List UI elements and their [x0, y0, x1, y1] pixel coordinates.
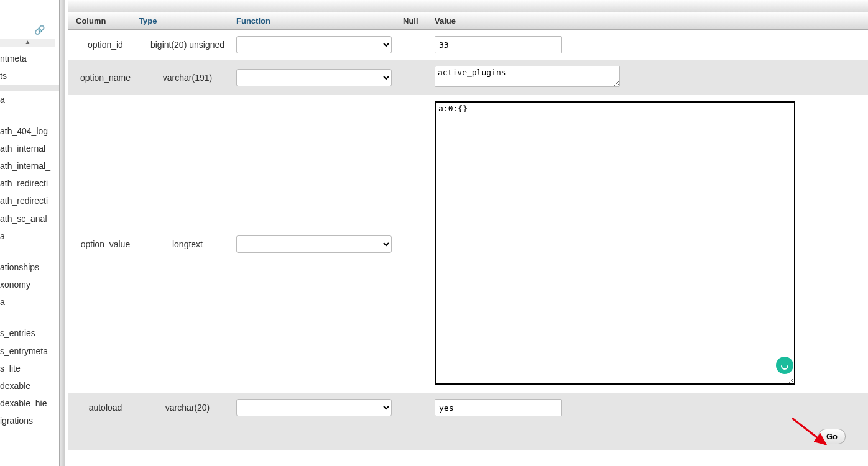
value-input[interactable]: [435, 399, 562, 416]
sidebar-item[interactable]: s_entries: [0, 324, 59, 342]
sidebar-item[interactable]: [0, 85, 59, 91]
scroll-up[interactable]: ▲: [0, 39, 55, 47]
tab-strip[interactable]: [68, 0, 868, 12]
header-function[interactable]: Function: [233, 16, 399, 25]
column-name: autoload: [72, 403, 139, 413]
sidebar-item[interactable]: ath_sc_anal: [0, 210, 59, 227]
sidebar-item[interactable]: ationships: [0, 258, 59, 276]
link-icon: 🔗: [34, 25, 45, 35]
sidebar-item[interactable]: a: [0, 293, 59, 311]
header-null: Null: [399, 16, 431, 25]
column-type: longtext: [139, 239, 236, 249]
header-column: Column: [68, 16, 135, 25]
function-select[interactable]: [236, 36, 392, 53]
function-select[interactable]: [236, 235, 392, 253]
value-input[interactable]: [435, 36, 562, 53]
sidebar-item[interactable]: dexable: [0, 377, 59, 395]
sidebar-item[interactable]: dexable_hie: [0, 395, 59, 412]
sidebar-item[interactable]: ath_404_log: [0, 122, 59, 140]
sidebar-item[interactable]: ntmeta: [0, 50, 59, 67]
column-name: option_value: [72, 239, 139, 249]
sidebar-item[interactable]: ts: [0, 67, 59, 85]
go-button[interactable]: Go: [818, 429, 846, 444]
footer-row: Go: [68, 423, 868, 450]
sidebar-item[interactable]: ath_internal_: [0, 140, 59, 157]
column-type: varchar(191): [139, 73, 236, 83]
table-row: autoloadvarchar(20): [68, 393, 868, 423]
sidebar-item[interactable]: ath_internal_: [0, 157, 59, 175]
column-type: varchar(20): [139, 403, 236, 413]
sidebar: 🔗 ▲ ntmetatsaath_404_logath_internal_ath…: [0, 0, 59, 466]
function-select[interactable]: [236, 399, 392, 416]
main: Column Type Function Null Value option_i…: [68, 0, 868, 466]
status-badge[interactable]: [776, 357, 793, 374]
sidebar-item[interactable]: igrations: [0, 412, 59, 429]
column-type: bigint(20) unsigned: [139, 40, 236, 50]
column-name: option_name: [72, 73, 139, 83]
value-input[interactable]: [435, 101, 795, 385]
sidebar-item[interactable]: a: [0, 227, 59, 245]
sidebar-item[interactable]: a: [0, 91, 59, 108]
table-row: option_valuelongtext: [68, 95, 868, 393]
sidebar-item[interactable]: xonomy: [0, 276, 59, 293]
value-input[interactable]: [435, 66, 620, 87]
sidebar-item[interactable]: s_lite: [0, 360, 59, 377]
sidebar-item[interactable]: s_entrymeta: [0, 342, 59, 360]
table-row: option_idbigint(20) unsigned: [68, 30, 868, 60]
sidebar-item[interactable]: ath_redirecti: [0, 175, 59, 192]
sidebar-resizer[interactable]: [59, 0, 65, 466]
header-type[interactable]: Type: [135, 16, 233, 25]
table-row: option_namevarchar(191): [68, 60, 868, 95]
table-header: Column Type Function Null Value: [68, 12, 868, 30]
header-value: Value: [431, 16, 868, 25]
sidebar-item[interactable]: ath_redirecti: [0, 192, 59, 209]
column-name: option_id: [72, 40, 139, 50]
function-select[interactable]: [236, 69, 392, 86]
